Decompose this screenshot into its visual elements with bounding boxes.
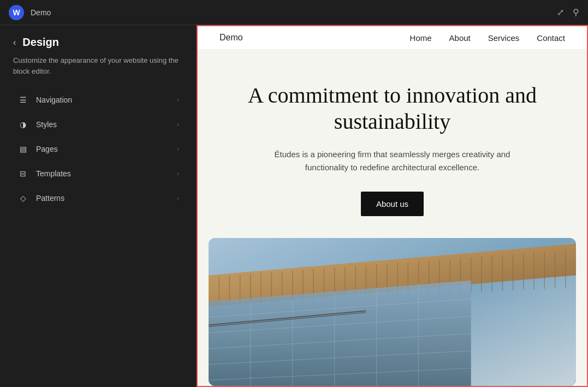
site-nav-links: Home About Services Contact (410, 33, 565, 43)
search-icon[interactable]: ⚲ (573, 7, 579, 17)
site-name: Demo (31, 8, 550, 17)
chevron-right-icon: › (177, 145, 179, 153)
sidebar-item-navigation-label: Navigation (36, 96, 169, 104)
nav-link-about[interactable]: About (449, 33, 471, 43)
nav-link-home[interactable]: Home (410, 33, 432, 43)
top-bar: W Demo ⤢ ⚲ (0, 0, 588, 25)
architecture-image (209, 238, 576, 386)
hero-subtitle: Études is a pioneering firm that seamles… (256, 148, 529, 174)
chevron-right-icon: › (177, 121, 179, 128)
styles-icon: ◑ (17, 119, 28, 130)
sidebar-item-pages-label: Pages (36, 145, 169, 153)
external-link-icon[interactable]: ⤢ (557, 7, 564, 17)
sidebar-item-templates[interactable]: ⊟ Templates › (4, 162, 192, 186)
chevron-right-icon: › (177, 96, 179, 104)
main-area: ‹ Design Customize the appearance of you… (0, 25, 588, 387)
nav-link-services[interactable]: Services (488, 33, 520, 43)
sidebar-header: ‹ Design (0, 25, 197, 53)
hero-title: A commitment to innovation and sustainab… (234, 82, 551, 135)
sidebar-item-patterns[interactable]: ◇ Patterns › (4, 186, 192, 210)
navigation-icon: ☰ (17, 94, 28, 105)
pages-icon: ▤ (17, 144, 28, 154)
sidebar-item-pages[interactable]: ▤ Pages › (4, 137, 192, 161)
back-button[interactable]: ‹ (13, 38, 16, 47)
sidebar-title: Design (22, 36, 59, 49)
wp-logo-text: W (13, 8, 20, 17)
hero-section: A commitment to innovation and sustainab… (198, 50, 587, 238)
templates-icon: ⊟ (17, 168, 28, 179)
preview-area: Demo Home About Services Contact A commi… (197, 25, 588, 387)
sidebar-menu: ☰ Navigation › ◑ Styles › ▤ Pages › ⊟ Te… (0, 87, 197, 387)
site-nav: Demo Home About Services Contact (198, 26, 587, 50)
sidebar-item-patterns-label: Patterns (36, 194, 169, 203)
about-us-button[interactable]: About us (361, 192, 424, 216)
sidebar-description: Customize the appearance of your website… (0, 53, 197, 87)
site-logo: Demo (219, 33, 243, 43)
top-bar-actions: ⤢ ⚲ (557, 7, 579, 17)
sidebar-item-styles[interactable]: ◑ Styles › (4, 112, 192, 136)
sidebar-item-navigation[interactable]: ☰ Navigation › (4, 88, 192, 112)
chevron-right-icon: › (177, 170, 179, 177)
preview-frame: Demo Home About Services Contact A commi… (197, 25, 588, 387)
patterns-icon: ◇ (17, 193, 28, 204)
chevron-right-icon: › (177, 194, 179, 202)
sidebar: ‹ Design Customize the appearance of you… (0, 25, 197, 387)
nav-link-contact[interactable]: Contact (537, 33, 565, 43)
sidebar-item-styles-label: Styles (36, 120, 169, 129)
sidebar-item-templates-label: Templates (36, 169, 169, 178)
wp-logo[interactable]: W (9, 5, 24, 20)
